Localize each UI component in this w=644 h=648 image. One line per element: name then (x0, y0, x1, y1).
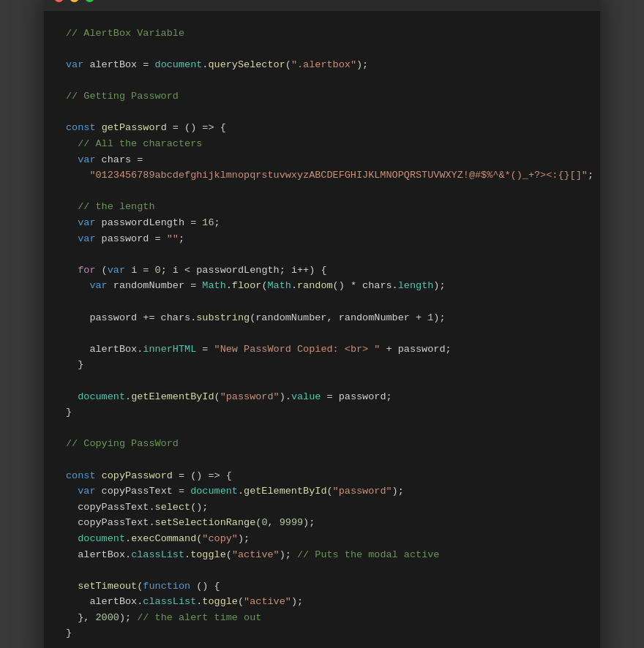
line-19: password += chars.substring(randomNumber… (66, 310, 578, 326)
code-window: // AlertBox Variable var alertBox = docu… (44, 0, 600, 648)
line-36: setTimeout(function () { (66, 579, 578, 595)
line-8: // All the characters (66, 136, 578, 152)
line-20 (66, 325, 578, 342)
line-25: } (66, 404, 578, 421)
line-35 (66, 562, 578, 579)
line-15 (66, 246, 578, 263)
line-39: } (66, 625, 578, 641)
line-10: "0123456789abcdefghijklmnopqrstuvwxyzABC… (66, 167, 578, 184)
line-16: for (var i = 0; i < passwordLength; i++)… (66, 263, 578, 279)
minimize-button[interactable] (70, 0, 79, 2)
line-38: }, 2000); // the alert time out (66, 610, 578, 626)
line-37: alertBox.classList.toggle("active"); (66, 594, 578, 610)
code-editor: // AlertBox Variable var alertBox = docu… (44, 11, 600, 648)
line-12: // the length (66, 199, 578, 215)
line-24: document.getElementById("password").valu… (66, 389, 578, 405)
line-9: var chars = (66, 152, 578, 168)
line-13: var passwordLength = 16; (66, 215, 578, 231)
line-3: var alertBox = document.querySelector(".… (66, 57, 578, 73)
line-18 (66, 294, 578, 310)
line-4 (66, 73, 578, 89)
line-29: const copyPassword = () => { (66, 468, 578, 484)
line-27: // Copying PassWord (66, 436, 578, 452)
titlebar (44, 0, 600, 11)
line-14: var password = ""; (66, 231, 578, 247)
close-button[interactable] (54, 0, 64, 2)
line-33: document.execCommand("copy"); (66, 531, 578, 547)
line-1: // AlertBox Variable (66, 26, 578, 42)
line-7: const getPassword = () => { (66, 120, 578, 136)
line-11 (66, 184, 578, 200)
line-22: } (66, 357, 578, 373)
line-28 (66, 452, 578, 468)
line-30: var copyPassText = document.getElementBy… (66, 483, 578, 500)
line-31: copyPassText.select(); (66, 500, 578, 516)
line-5: // Getting Password (66, 88, 578, 105)
line-21: alertBox.innerHTML = "New PassWord Copie… (66, 342, 578, 358)
line-23 (66, 373, 578, 389)
line-17: var randomNumber = Math.floor(Math.rando… (66, 278, 578, 294)
line-32: copyPassText.setSelectionRange(0, 9999); (66, 515, 578, 531)
line-26 (66, 421, 578, 437)
line-6 (66, 105, 578, 121)
maximize-button[interactable] (85, 0, 94, 2)
line-34: alertBox.classList.toggle("active"); // … (66, 547, 578, 563)
line-2 (66, 42, 578, 58)
